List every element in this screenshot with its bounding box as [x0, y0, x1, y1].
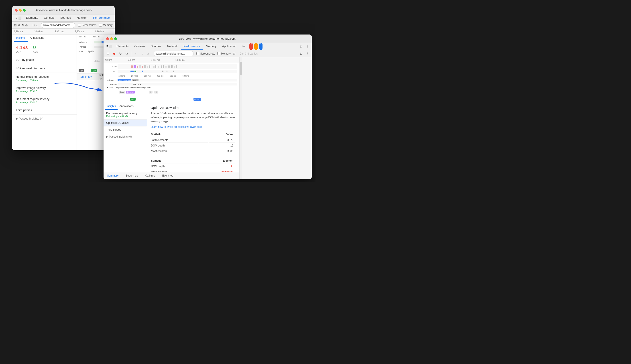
- dock-icon-1[interactable]: ⊟: [14, 22, 17, 28]
- window1: DevTools - www.milliondollarhomepage.com…: [12, 6, 115, 150]
- task-row-2: Task Rec...le □ □: [105, 90, 237, 94]
- devtools-icons-2[interactable]: ⠿ ⬜: [105, 43, 113, 50]
- tab-memory-1[interactable]: Memory: [113, 14, 115, 21]
- tab-performance-1[interactable]: Performance: [90, 14, 112, 21]
- record-icon-2[interactable]: ⏺: [112, 51, 117, 56]
- svg-rect-13: [131, 66, 133, 68]
- svg-rect-34: [162, 70, 164, 72]
- calltree-tab-2[interactable]: Call tree: [142, 172, 159, 179]
- svg-rect-22: [156, 65, 156, 68]
- maximize-button-2[interactable]: [114, 38, 117, 40]
- svg-rect-6: [97, 61, 97, 62]
- tab-more-2[interactable]: >>: [239, 43, 248, 50]
- summary-tab-1[interactable]: Summary: [77, 74, 95, 80]
- svg-rect-27: [168, 66, 170, 68]
- insight-doc-latency[interactable]: Document request latency Est savings: 40…: [12, 95, 76, 106]
- tab-insights-2[interactable]: Insights: [105, 103, 118, 110]
- reload-icon-2[interactable]: ↻: [118, 51, 123, 56]
- stat-row-depth: DOM depth 12: [151, 143, 235, 148]
- url-bar-2[interactable]: www.milliondollarhome...: [154, 51, 194, 56]
- upload-icon-2[interactable]: ↑: [133, 51, 138, 56]
- tab-console-1[interactable]: Console: [41, 14, 57, 21]
- tab-elements-2[interactable]: Elements: [114, 43, 131, 50]
- tab-insights-1[interactable]: Insights: [14, 34, 28, 42]
- devtools-icon-1[interactable]: ⠿ ⬜: [14, 14, 23, 21]
- settings-icon-2[interactable]: ⚙: [298, 44, 304, 49]
- stat-row-total: Total elements 3370: [151, 138, 235, 143]
- help-icon-2[interactable]: ?: [304, 51, 310, 56]
- tab-console-2[interactable]: Console: [132, 43, 148, 50]
- insight-doc-latency-2[interactable]: Document request latency Est savings: 40…: [104, 110, 147, 120]
- svg-rect-9: [98, 61, 99, 62]
- tab-annotations-1[interactable]: Annotations: [28, 34, 46, 42]
- detail-link[interactable]: Learn how to avoid an excessive DOM size: [150, 125, 202, 128]
- insight-optimize-dom-2[interactable]: Optimize DOM size: [104, 120, 147, 126]
- tab-elements-1[interactable]: Elements: [24, 14, 41, 21]
- metric-lcp-1: 4.19s LCP: [16, 44, 28, 53]
- elem-row-depth: DOM depth td: [151, 164, 235, 169]
- clear-icon-1[interactable]: ⊘: [25, 22, 28, 28]
- nav-badge-1: Nav: [78, 69, 84, 72]
- svg-rect-21: [153, 66, 154, 68]
- detail-body: A large DOM can increase the duration of…: [150, 111, 236, 123]
- screenshots-checkbox-1[interactable]: Screenshots: [78, 24, 97, 27]
- timeline-ruler-2: 489 ms 989 ms 1,489 ms 1,989 ms: [104, 57, 239, 63]
- maximize-button-1[interactable]: [23, 9, 26, 12]
- insight-third-parties-2[interactable]: Third parties: [104, 126, 147, 133]
- tab-network-1[interactable]: Network: [74, 14, 90, 21]
- elem-row-children: Most children map#Map: [151, 170, 235, 172]
- metric-cls-1: 0 CLS: [33, 44, 38, 53]
- download-icon-2[interactable]: ↓: [140, 51, 145, 56]
- memory-checkbox-2[interactable]: Memory: [217, 52, 231, 55]
- upload-icon-1[interactable]: ↑: [32, 22, 33, 28]
- toolbar-2: ⊟ ⏺ ↻ ⊘ ↑ ↓ ⌂ www.milliondollarhome... S…: [104, 50, 312, 57]
- svg-rect-32: [134, 70, 136, 72]
- clear-icon-2[interactable]: ⊘: [124, 51, 129, 56]
- minimize-button-2[interactable]: [110, 38, 113, 40]
- insight-lcp-discovery[interactable]: LCP request discovery: [12, 64, 76, 73]
- bottomup-tab-2[interactable]: Bottom-up: [122, 172, 142, 179]
- insight-third-parties-1[interactable]: Third parties: [12, 106, 76, 115]
- close-button-1[interactable]: [15, 9, 18, 12]
- content-area-1: Insights Annotations 4.19s LCP 0 CLS LCP…: [12, 34, 115, 150]
- minimize-button-1[interactable]: [19, 9, 22, 12]
- passed-insights-1[interactable]: ▶ Passed insights (4): [12, 115, 76, 122]
- insight-render-blocking[interactable]: Render blocking requests Est savings: 33…: [12, 73, 76, 84]
- scrollbar-2[interactable]: [239, 57, 242, 179]
- reload-icon-1[interactable]: ↻: [22, 22, 24, 28]
- fcp-badge-1: FCP: [90, 69, 97, 72]
- url-bar-1[interactable]: www.milliondollarhome...: [41, 22, 75, 28]
- passed-insights-2[interactable]: ▶ Passed insights (6): [104, 133, 147, 140]
- toolbar-1: ⊟ ⏺ ↻ ⊘ ↑ ↓ ⌂ www.milliondollarhome... S…: [12, 22, 115, 29]
- insight-lcp-phase[interactable]: LCP by phase: [12, 56, 76, 64]
- settings3-icon-2[interactable]: ⚙: [298, 51, 304, 56]
- tab-annotations-2[interactable]: Annotations: [118, 103, 135, 110]
- home-icon-1[interactable]: ⌂: [36, 22, 38, 28]
- more-icon-2[interactable]: ⋮: [304, 44, 310, 49]
- svg-rect-29: [174, 66, 175, 68]
- tab-sources-2[interactable]: Sources: [148, 43, 164, 50]
- screenshots-checkbox-2[interactable]: Screenshots: [196, 52, 215, 55]
- memory-checkbox-1[interactable]: Memory: [99, 24, 112, 27]
- tab-performance-2[interactable]: Performance: [181, 43, 202, 50]
- scroll-thumb-2[interactable]: [240, 62, 242, 75]
- capture-icon-2[interactable]: ⊞: [232, 51, 237, 56]
- close-button-2[interactable]: [106, 38, 109, 40]
- summary-tab-2[interactable]: Summary: [104, 172, 122, 179]
- svg-rect-23: [158, 66, 159, 68]
- tab-sources-1[interactable]: Sources: [58, 14, 74, 21]
- record-icon-1[interactable]: ⏺: [18, 22, 21, 28]
- home-icon-2[interactable]: ⌂: [146, 51, 151, 56]
- svg-rect-5: [97, 60, 97, 62]
- svg-rect-0: [94, 61, 95, 62]
- download-icon-1[interactable]: ↓: [34, 22, 36, 28]
- tab-application-2[interactable]: Application: [220, 43, 239, 50]
- insight-image-delivery[interactable]: Improve image delivery Est savings: 239 …: [12, 84, 76, 95]
- tab-network-2[interactable]: Network: [164, 43, 180, 50]
- svg-rect-18: [144, 65, 146, 68]
- tab-memory-2[interactable]: Memory: [203, 43, 219, 50]
- fcp-marker-2: FCP: [130, 98, 136, 101]
- capture-icon-1[interactable]: ⊞: [114, 22, 115, 28]
- dock-icon-2[interactable]: ⊟: [105, 51, 111, 56]
- eventlog-tab-2[interactable]: Event log: [158, 172, 177, 179]
